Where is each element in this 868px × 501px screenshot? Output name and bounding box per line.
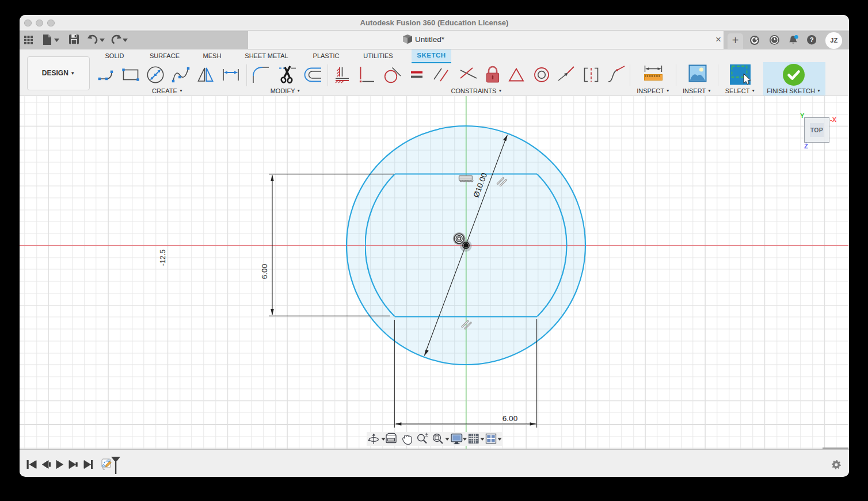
svg-text:-12.5: -12.5 [159, 250, 167, 266]
svg-text:6.00: 6.00 [502, 414, 517, 423]
svg-text:6.00: 6.00 [260, 264, 269, 279]
svg-text:?: ? [810, 37, 814, 44]
